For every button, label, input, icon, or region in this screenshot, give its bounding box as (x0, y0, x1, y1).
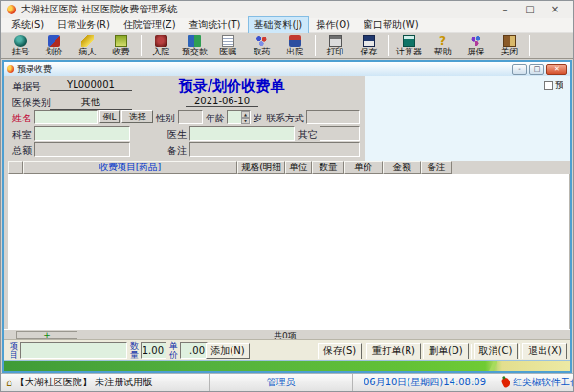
doctor-order-icon (222, 35, 234, 47)
menu-inpatient[interactable]: 住院管理(Z) (117, 16, 183, 33)
toolbar-exit-button[interactable]: 关闭 (493, 33, 526, 58)
inner-window-titlebar: 预录收费 – □ ✕ (4, 62, 570, 76)
inner-maximize-button[interactable]: □ (529, 64, 544, 75)
green-progress-strip (4, 360, 570, 371)
toolbar-doctor-order-button[interactable]: 医嘱 (211, 33, 245, 58)
datetime-text: 06月10日(星期四)14:08:09 (364, 376, 486, 389)
toolbar-print-button[interactable]: 打印 (319, 33, 352, 58)
other-input[interactable] (320, 126, 360, 141)
status-user-panel: 管理员 (210, 374, 353, 391)
toolbar-charge-button[interactable]: 收费 (104, 33, 138, 58)
toolbar-register-button[interactable]: 挂号 (4, 33, 37, 58)
toolbar-save-button[interactable]: 保存 (352, 33, 386, 58)
inner-close-button[interactable]: ✕ (546, 64, 567, 75)
toolbar-help-button[interactable]: 帮助 (426, 33, 459, 58)
toolbar-separator (141, 35, 142, 56)
menu-base-data[interactable]: 基础资料(J) (248, 16, 310, 33)
help-icon (436, 35, 449, 47)
discharge-icon (289, 35, 301, 47)
toolbar-screensaver-button[interactable]: 屏保 (459, 33, 493, 58)
toolbar-pricing-button[interactable]: 划价 (37, 33, 71, 58)
save-sheet-button[interactable]: 保存(S) (318, 343, 362, 359)
grid-col-spec[interactable]: 规格(明细 (237, 161, 285, 174)
save-icon (363, 35, 375, 47)
cancel-button[interactable]: 取消(C) (474, 343, 519, 359)
menu-window-help[interactable]: 窗口帮助(W) (357, 16, 426, 33)
close-button[interactable]: × (542, 3, 567, 16)
menu-system[interactable]: 系统(S) (5, 16, 51, 33)
dept-label: 科室 (12, 128, 32, 142)
menu-query-stats[interactable]: 查询统计(T) (183, 16, 248, 33)
toolbar-calculator-button[interactable]: 计算器 (392, 33, 426, 58)
form-area: 单据号 YL000001 预录/划价收费单 医保类别 其他 2021-06-10… (4, 76, 570, 161)
toolbar-patient-button[interactable]: 病人 (71, 33, 104, 58)
gender-input[interactable] (178, 110, 203, 124)
entry-qty-input[interactable]: 1.00 (141, 342, 166, 359)
status-vendor-panel: 红尖椒软件工作室 (497, 374, 573, 391)
grid-col-indicator[interactable] (8, 161, 23, 174)
charge-icon (115, 35, 127, 47)
age-down-icon[interactable]: ▼ (241, 118, 250, 124)
sheet-date: 2021-06-10 (186, 96, 258, 107)
select-patient-button[interactable]: 选择 (121, 110, 153, 123)
reprint-button[interactable]: 重打单(R) (366, 343, 421, 359)
actions-separator (364, 344, 364, 359)
add-item-button[interactable]: 添加(N) (206, 343, 250, 359)
exit-sheet-button[interactable]: 退出(X) (522, 343, 567, 359)
entry-item-input[interactable] (20, 342, 127, 359)
insurance-label: 医保类别 (12, 97, 51, 110)
register-icon (14, 35, 27, 47)
exit-icon (503, 35, 516, 47)
add-row-button[interactable]: + (16, 331, 77, 339)
inner-minimize-button[interactable]: – (512, 64, 527, 75)
dept-input[interactable] (34, 126, 130, 141)
entry-price-input[interactable]: .00 (180, 342, 208, 359)
entry-price-label: 单价 (168, 342, 179, 359)
toolbar-prepay-button[interactable]: 预交款 (178, 33, 211, 58)
note-label: 备注 (167, 144, 187, 158)
menubar: 系统(S) 日常业务(R) 住院管理(Z) 查询统计(T) 基础资料(J) 操作… (1, 18, 573, 33)
age-suffix-label: 岁 (253, 112, 262, 125)
toolbar-separator (529, 35, 530, 56)
grid-col-item[interactable]: 收费项目[药品] (23, 161, 237, 174)
admission-icon (155, 35, 167, 47)
inner-window-icon (7, 65, 14, 73)
note-input[interactable] (189, 142, 360, 157)
status-datetime-panel: 06月10日(星期四)14:08:09 (353, 374, 497, 391)
grid-col-qty[interactable]: 数量 (312, 161, 344, 174)
maximize-button[interactable]: □ (518, 3, 542, 16)
grid-col-amount[interactable]: 金额 (383, 161, 421, 174)
prepay-icon (188, 35, 201, 47)
pepper-icon (500, 377, 512, 389)
screensaver-icon (470, 35, 482, 47)
checkbox-icon[interactable] (544, 81, 553, 90)
contact-input[interactable] (306, 110, 360, 124)
progress-notch (487, 360, 497, 371)
total-input[interactable] (34, 142, 130, 157)
grid-col-note[interactable]: 备注 (421, 161, 452, 174)
minimize-button[interactable]: – (493, 3, 518, 16)
name-input[interactable] (34, 110, 98, 124)
entry-qty-label: 数量 (129, 342, 140, 359)
toolbar-dispense-button[interactable]: 取药 (245, 33, 278, 58)
doctor-input[interactable] (189, 126, 295, 141)
read-card-button[interactable]: 例L (99, 110, 120, 123)
sheet-title: 预录/划价收费单 (136, 77, 327, 96)
contact-label: 联系方式 (266, 112, 304, 125)
actions-separator (519, 344, 520, 359)
status-hospital-panel: 【大湖社区医院】 未注册试用版 (1, 374, 210, 391)
insurance-value: 其他 (50, 96, 132, 110)
age-up-icon[interactable]: ▲ (241, 111, 250, 118)
age-stepper[interactable]: ▲ ▼ (227, 110, 251, 124)
window-title: 大湖社区医院 社区医院收费管理系统 (21, 3, 177, 16)
grid-col-price[interactable]: 单价 (344, 161, 383, 174)
delete-sheet-button[interactable]: 删单(D) (423, 343, 469, 359)
inner-window-title: 预录收费 (17, 63, 52, 76)
toolbar-admission-button[interactable]: 入院 (144, 33, 178, 58)
toolbar-discharge-button[interactable]: 出院 (278, 33, 312, 58)
grid-col-unit[interactable]: 单位 (285, 161, 312, 174)
menu-daily-business[interactable]: 日常业务(R) (51, 16, 117, 33)
pre-print-checkbox[interactable]: 预 (544, 79, 569, 92)
statusbar: 【大湖社区医院】 未注册试用版 管理员 06月10日(星期四)14:08:09 … (1, 373, 573, 391)
menu-operation[interactable]: 操作(O) (309, 16, 357, 33)
